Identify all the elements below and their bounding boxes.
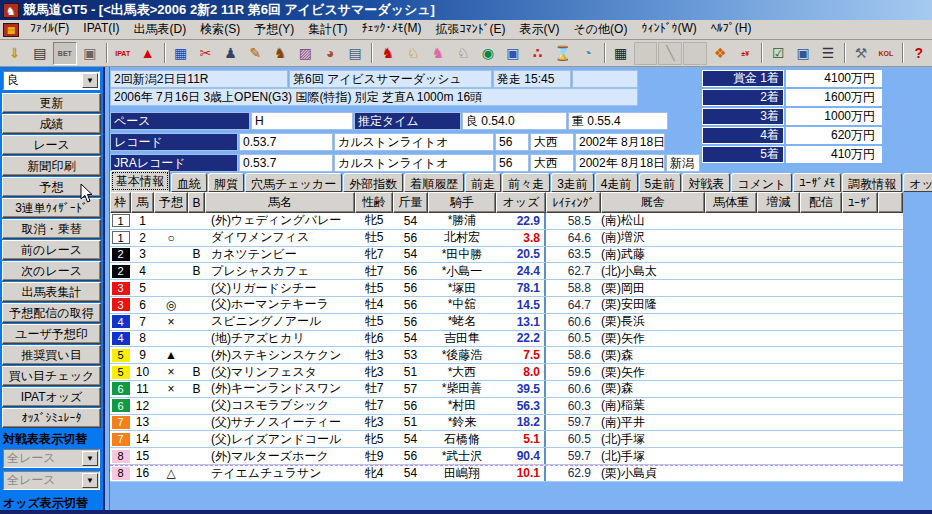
chevron-down-icon[interactable]: ▼: [82, 451, 98, 466]
table-row[interactable]: 815(外)マルターズホーク牡956*武士沢90.459.7(北)手塚: [110, 448, 903, 465]
chevron-down-icon[interactable]: ▼: [82, 73, 98, 88]
tab-12[interactable]: 対戦表: [682, 173, 730, 192]
table-row[interactable]: 611×B(外)キーンランドスワン牡757*柴田善39.560.6(栗)森: [110, 381, 903, 398]
column-header-10[interactable]: ﾚｲﾃｨﾝｸﾞ: [546, 192, 601, 213]
mark-palette-icon[interactable]: ❖: [708, 42, 732, 65]
menu-item-6[interactable]: 集計(T): [301, 19, 354, 40]
tab-10[interactable]: 4走前: [595, 173, 638, 192]
menu-item-8[interactable]: 拡張ｺﾏﾝﾄﾞ(E): [429, 19, 513, 40]
window-search-icon[interactable]: ▣: [501, 42, 525, 65]
tab-8[interactable]: 前々走: [502, 173, 550, 192]
ipat-icon[interactable]: IPAT: [111, 42, 135, 65]
table-row[interactable]: 47×スピニングノアール牡556*蛯名13.160.6(栗)長浜: [110, 314, 903, 331]
column-header-4[interactable]: B: [188, 192, 205, 213]
title-bar[interactable]: ♞ 競馬道GT5 - [<出馬表>2006 2新2 11R 第6回 アイビスサマ…: [0, 0, 932, 20]
horse-gray-icon[interactable]: ♘: [451, 42, 475, 65]
memo-edit-icon[interactable]: ✎: [243, 42, 267, 65]
sidebar-button-15[interactable]: IPATオッズ: [2, 387, 101, 407]
help-icon[interactable]: ?: [907, 42, 931, 65]
time-search-icon[interactable]: ⌛: [551, 42, 575, 65]
course-icon[interactable]: ◉: [476, 42, 500, 65]
table-row[interactable]: 35(父)リガードシチー牡556*塚田78.158.8(栗)岡田: [110, 280, 903, 297]
sidebar-button-8[interactable]: 前のレース: [2, 240, 101, 260]
table-row[interactable]: 48(地)チアズヒカリ牝654吉田隼22.260.5(栗)矢作: [110, 331, 903, 348]
print-entry-icon[interactable]: ▤: [343, 42, 367, 65]
menu-item-5[interactable]: 予想(Y): [247, 19, 301, 40]
sidebar-button-4[interactable]: 新聞印刷: [2, 156, 101, 176]
panel-splitter[interactable]: [103, 67, 110, 514]
menu-item-12[interactable]: ﾍﾙﾌﾟ(H): [704, 19, 759, 40]
sidebar-button-7[interactable]: 取消・乗替: [2, 219, 101, 239]
table-row[interactable]: 612(父)コスモラブシック牡756*村田56.360.3(南)稲葉: [110, 398, 903, 415]
table-row[interactable]: 816△テイエムチュラサン牝454田嶋翔10.162.9(栗)小島貞: [110, 465, 903, 482]
sidebar-button-2[interactable]: 成績: [2, 114, 101, 134]
tab-11[interactable]: 5走前: [639, 173, 682, 192]
column-header-13[interactable]: 増減: [757, 192, 800, 213]
check-icon[interactable]: ☑: [766, 42, 790, 65]
table-row[interactable]: 59▲(外)ステキシンスケクン牡353*後藤浩7.558.6(栗)森: [110, 347, 903, 364]
comment-search-icon[interactable]: ◔: [576, 42, 600, 65]
sidebar-button-12[interactable]: ユーザ予想印: [2, 324, 101, 344]
tab-15[interactable]: 調教情報: [842, 173, 902, 192]
column-header-1[interactable]: 枠: [110, 192, 131, 213]
prediction-search-icon[interactable]: ♘: [401, 42, 425, 65]
sidebar-button-13[interactable]: 推奨買い目: [2, 345, 101, 365]
menu-item-1[interactable]: ﾌｧｲﾙ(F): [23, 19, 76, 40]
table-row[interactable]: 510×B(父)マリンフェスタ牝351*大西8.059.6(栗)矢作: [110, 364, 903, 381]
column-header-8[interactable]: 騎手: [428, 192, 496, 213]
jra-tower-icon[interactable]: ▲: [136, 42, 160, 65]
mdi-child-icon[interactable]: ▦: [3, 23, 19, 37]
track-condition-select[interactable]: 良 ▼: [3, 71, 100, 90]
table-row[interactable]: 36◎(父)ホーマンテキーラ牡456*中舘14.564.7(栗)安田隆: [110, 297, 903, 314]
menu-item-9[interactable]: 表示(V): [513, 19, 567, 40]
print-icon[interactable]: ▤: [28, 42, 52, 65]
menu-item-4[interactable]: 検索(S): [193, 19, 247, 40]
menu-item-11[interactable]: ｳｨﾝﾄﾞｳ(W): [634, 19, 703, 40]
tab-14[interactable]: ﾕｰｻﾞﾒﾓ: [793, 173, 841, 192]
matchup-race-select-1[interactable]: 全レース ▼: [3, 449, 100, 468]
tab-5[interactable]: 外部指数: [343, 173, 403, 192]
sidebar-button-14[interactable]: 買い目チェック: [2, 366, 101, 386]
export-icon[interactable]: ⇓: [3, 42, 27, 65]
jockey-info-icon[interactable]: ♟: [219, 42, 243, 65]
matchup-race-select-2[interactable]: 全レース ▼: [3, 471, 100, 490]
sidebar-button-11[interactable]: 予想配信の取得: [2, 303, 101, 323]
settings-wrench-icon[interactable]: ⚒: [849, 42, 873, 65]
tab-13[interactable]: コメント: [731, 173, 792, 192]
odds-cut-icon[interactable]: ✂: [194, 42, 218, 65]
menu-item-3[interactable]: 出馬表(D): [127, 19, 194, 40]
table-edit-icon[interactable]: ▨: [293, 42, 317, 65]
saddle-search-icon[interactable]: ◕: [318, 42, 342, 65]
bet-icon[interactable]: BET: [53, 42, 77, 65]
column-header-9[interactable]: オッズ: [496, 192, 546, 213]
column-header-5[interactable]: 馬名: [205, 192, 355, 213]
prediction-red-icon[interactable]: ♞: [376, 42, 400, 65]
window-memo-icon[interactable]: ▣: [791, 42, 815, 65]
column-header-15[interactable]: ﾕｰｻﾞ: [842, 192, 878, 213]
chevron-down-icon[interactable]: ▼: [82, 473, 98, 488]
table-row[interactable]: 23Bカネツテンビー牝754*田中勝20.563.5(南)武藤: [110, 247, 903, 264]
paddock-search-icon[interactable]: ∴: [526, 42, 550, 65]
table-row[interactable]: 12○ダイワメンフィス牡556北村宏3.864.6(南)増沢: [110, 230, 903, 247]
table-row[interactable]: 713(父)サチノスイーティー牝351*鈴来18.259.7(南)平井: [110, 415, 903, 432]
tab-16[interactable]: オッズ: [903, 173, 932, 192]
horse-pink-icon[interactable]: ♞: [426, 42, 450, 65]
menu-item-7[interactable]: ﾁｪｯｸ･ﾒﾓ(M): [355, 19, 429, 40]
column-header-11[interactable]: 厩舎: [601, 192, 705, 213]
menu-item-2[interactable]: IPAT(I): [76, 19, 126, 40]
sidebar-button-10[interactable]: 出馬表集計: [2, 282, 101, 302]
sidebar-button-9[interactable]: 次のレース: [2, 261, 101, 281]
tab-2[interactable]: 血統: [171, 173, 207, 192]
column-header-7[interactable]: 斤量: [393, 192, 428, 213]
matchup-table-icon[interactable]: ▦: [609, 42, 633, 65]
sidebar-button-3[interactable]: レース: [2, 135, 101, 155]
race-window-icon[interactable]: ▣: [78, 42, 102, 65]
column-header-2[interactable]: 馬: [131, 192, 154, 213]
column-header-14[interactable]: 配信: [800, 192, 842, 213]
column-header-12[interactable]: 馬体重: [705, 192, 757, 213]
sidebar-button-1[interactable]: 更新: [2, 93, 101, 113]
tab-3[interactable]: 脚質: [208, 173, 244, 192]
list-window-icon[interactable]: ☰: [816, 42, 840, 65]
table-row[interactable]: 714(父)レイズアンドコール牝554石橋脩5.160.5(北)手塚: [110, 431, 903, 448]
tab-4[interactable]: 穴馬チェッカー: [245, 173, 342, 192]
